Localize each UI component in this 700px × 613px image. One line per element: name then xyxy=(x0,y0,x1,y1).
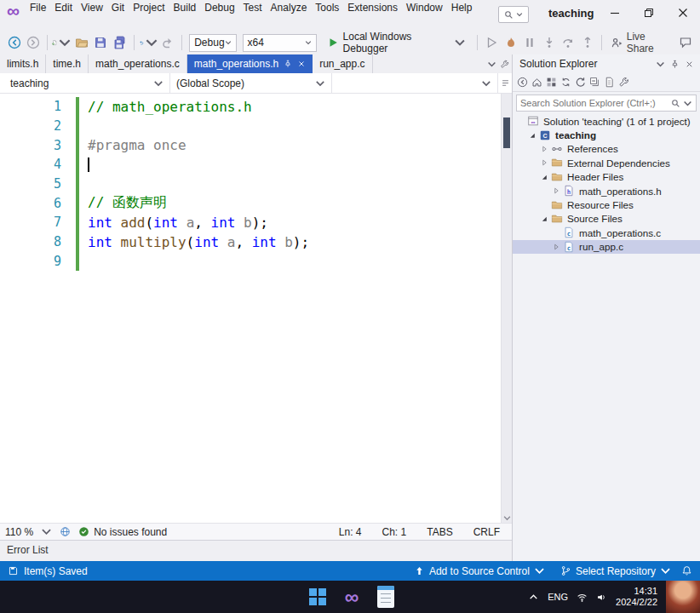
issues-indicator[interactable]: No issues found xyxy=(78,526,167,538)
restore-button[interactable] xyxy=(632,0,666,26)
collapse-arrow-icon[interactable] xyxy=(540,172,551,182)
code-line-1[interactable]: 1// math_operations.h xyxy=(0,97,501,117)
menu-window[interactable]: Window xyxy=(402,1,447,15)
tree-item-solution-teaching-1-of-1-project[interactable]: ∞Solution 'teaching' (1 of 1 project) xyxy=(513,114,700,128)
menu-tools[interactable]: Tools xyxy=(311,1,343,15)
pin-icon[interactable] xyxy=(668,60,682,69)
tree-item-source-files[interactable]: Source Files xyxy=(513,212,700,226)
expand-arrow-icon[interactable] xyxy=(552,186,563,196)
navigate-back-icon[interactable] xyxy=(5,32,24,53)
taskbar-clock[interactable]: 14:31 2024/2/22 xyxy=(616,586,657,608)
eol-indicator[interactable]: CRLF xyxy=(473,526,500,538)
start-button[interactable] xyxy=(305,584,330,610)
start-debugging-button[interactable]: Local Windows Debugger xyxy=(322,32,472,53)
tabs-indicator[interactable]: TABS xyxy=(427,526,452,538)
menu-build[interactable]: Build xyxy=(169,1,201,15)
globe-icon[interactable] xyxy=(60,526,71,537)
home-icon[interactable] xyxy=(531,77,542,88)
menu-analyze[interactable]: Analyze xyxy=(267,1,312,15)
error-list-panel-tab[interactable]: Error List xyxy=(0,540,512,561)
close-panel-icon[interactable] xyxy=(682,60,697,69)
menu-test[interactable]: Test xyxy=(239,1,267,15)
collapse-arrow-icon[interactable] xyxy=(528,130,539,140)
solution-configuration-combo[interactable]: Debug xyxy=(189,34,236,52)
close-tab-icon[interactable] xyxy=(297,60,306,68)
select-repository-button[interactable]: Select Repository xyxy=(555,565,676,577)
show-all-files-icon[interactable] xyxy=(604,77,615,88)
menu-view[interactable]: View xyxy=(77,1,107,15)
undo-icon[interactable] xyxy=(139,32,158,53)
close-button[interactable] xyxy=(666,0,700,26)
member-dropdown[interactable] xyxy=(332,73,498,93)
tab-time-h[interactable]: time.h xyxy=(46,54,89,73)
solution-explorer-search-input[interactable] xyxy=(520,98,668,108)
search-button[interactable] xyxy=(498,6,529,23)
expand-arrow-icon[interactable] xyxy=(540,144,551,154)
line-indicator[interactable]: Ln: 4 xyxy=(339,526,362,538)
properties-icon[interactable] xyxy=(618,77,629,88)
step-out-icon[interactable] xyxy=(578,32,597,53)
code-line-3[interactable]: 3#pragma once xyxy=(0,135,501,155)
expand-arrow-icon[interactable] xyxy=(540,158,551,168)
tree-item-math-operations-c[interactable]: cmath_operations.c xyxy=(513,226,700,239)
navigate-forward-icon[interactable] xyxy=(25,32,43,53)
document-outline-icon[interactable] xyxy=(498,73,512,93)
tab-run-app-c[interactable]: run_app.c xyxy=(313,54,372,73)
code-line-8[interactable]: 8int multiply(int a, int b); xyxy=(0,232,501,252)
menu-debug[interactable]: Debug xyxy=(200,1,238,15)
open-file-icon[interactable] xyxy=(72,32,91,53)
feedback-icon[interactable] xyxy=(676,32,695,53)
code-line-5[interactable]: 5 xyxy=(0,175,501,194)
code-editor[interactable]: 1// math_operations.h23#pragma once456//… xyxy=(0,94,501,523)
step-into-icon[interactable] xyxy=(540,32,559,53)
tree-item-header-files[interactable]: Header Files xyxy=(513,170,700,184)
expand-arrow-icon[interactable] xyxy=(552,242,563,252)
hot-reload-icon[interactable] xyxy=(502,32,520,53)
minimize-button[interactable] xyxy=(598,0,632,26)
volume-icon[interactable] xyxy=(596,592,607,603)
panel-options-chevron-icon[interactable] xyxy=(653,60,668,69)
code-line-7[interactable]: 7int add(int a, int b); xyxy=(0,213,501,232)
menu-project[interactable]: Project xyxy=(129,1,169,15)
window-layout-icon[interactable] xyxy=(500,60,509,69)
code-line-6[interactable]: 6// 函数声明 xyxy=(0,193,501,213)
pin-icon[interactable] xyxy=(284,60,292,68)
tree-item-resource-files[interactable]: Resource Files xyxy=(513,198,700,211)
notifications-bell-icon[interactable] xyxy=(681,565,692,576)
tab-math-operations-c[interactable]: math_operations.c xyxy=(89,54,187,73)
redo-icon[interactable] xyxy=(159,32,178,53)
step-over-icon[interactable] xyxy=(559,32,578,53)
menu-help[interactable]: Help xyxy=(447,1,477,15)
editor-scrollbar[interactable] xyxy=(501,94,512,523)
taskbar-visual-studio-icon[interactable]: ∞ xyxy=(339,584,364,610)
collapse-arrow-icon[interactable] xyxy=(540,214,551,224)
sync-active-document-icon[interactable] xyxy=(560,77,571,88)
switch-views-icon[interactable] xyxy=(546,77,557,88)
tab-math-operations-h[interactable]: math_operations.h xyxy=(187,54,313,73)
tree-item-run-app-c[interactable]: crun_app.c xyxy=(513,240,700,254)
code-line-2[interactable]: 2 xyxy=(0,117,501,136)
language-indicator[interactable]: ENG xyxy=(548,592,568,602)
column-indicator[interactable]: Ch: 1 xyxy=(382,526,407,538)
solution-explorer-search[interactable] xyxy=(516,95,697,112)
solution-platform-combo[interactable]: x64 xyxy=(243,34,317,52)
menu-edit[interactable]: Edit xyxy=(50,1,77,15)
tab-limits-h[interactable]: limits.h xyxy=(0,54,46,73)
project-dropdown[interactable]: teaching xyxy=(0,73,170,93)
tab-list-chevron-icon[interactable] xyxy=(487,60,496,69)
new-file-icon[interactable] xyxy=(52,32,72,53)
code-line-4[interactable]: 4 xyxy=(0,155,501,175)
scrollbar-thumb[interactable] xyxy=(503,117,510,148)
user-avatar[interactable] xyxy=(666,581,700,613)
network-icon[interactable] xyxy=(577,592,588,603)
refresh-icon[interactable] xyxy=(575,77,586,88)
tree-item-external-dependencies[interactable]: External Dependencies xyxy=(513,156,700,169)
save-all-icon[interactable] xyxy=(111,32,129,53)
scope-dropdown[interactable]: (Global Scope) xyxy=(170,73,332,93)
collapse-all-icon[interactable] xyxy=(589,77,600,88)
break-all-icon[interactable] xyxy=(521,32,540,53)
start-without-debugging-icon[interactable] xyxy=(482,32,501,53)
add-to-source-control-button[interactable]: Add to Source Control xyxy=(409,565,550,577)
tray-expand-icon[interactable] xyxy=(528,592,539,603)
back-icon[interactable] xyxy=(517,77,528,88)
